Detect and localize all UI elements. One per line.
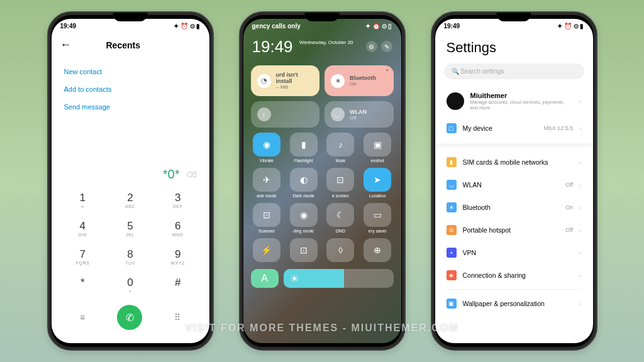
action-new-contact[interactable]: New contact xyxy=(64,63,197,80)
brightness-fill: ☀ xyxy=(284,269,344,288)
settings-title: Settings xyxy=(435,33,593,63)
notch xyxy=(305,13,340,21)
profile-row[interactable]: Miuithemer Manage accounts, cloud servic… xyxy=(435,85,593,117)
tile-urd isn't install[interactable]: ◔urd isn't install-- MB xyxy=(251,65,320,96)
my-device-icon: ▢ xyxy=(447,123,457,133)
cc-time: 19:49 xyxy=(252,37,293,57)
watermark: VISIT FOR MORE THEMES - MIUITHEMER.COM xyxy=(185,322,458,334)
dialed-number: *0* xyxy=(163,167,180,182)
settings-sim-cards-mobile-networks[interactable]: ▮SIM cards & mobile networks› xyxy=(435,151,593,173)
auto-brightness-button[interactable]: A xyxy=(251,269,279,288)
toggle-Mute[interactable]: ♪Mute xyxy=(325,133,357,163)
cc-date: Wednesday, October 20 xyxy=(299,40,353,45)
tile-Bluetooth[interactable]: ∗BluetoothOn xyxy=(325,65,394,96)
toggle-Flashlight[interactable]: ▮Flashlight xyxy=(287,133,319,163)
toggle-extra-3[interactable]: ◊ xyxy=(325,238,357,264)
toggle-ery saver[interactable]: ▭ery saver xyxy=(362,203,394,233)
tile-WLAN[interactable]: ◡WLANOff xyxy=(325,101,394,128)
edit-icon[interactable]: ✎ xyxy=(381,41,392,52)
wallpaper-icon: ▣ xyxy=(447,299,457,309)
search-placeholder: Search settings xyxy=(460,68,504,75)
page-title: Recents xyxy=(106,40,140,50)
key-*[interactable]: * xyxy=(59,273,107,297)
action-send-message[interactable]: Send message xyxy=(64,98,197,116)
tile-blank[interactable]: ↕ xyxy=(251,101,320,128)
settings-bluetooth[interactable]: ∗BluetoothOn› xyxy=(435,196,593,219)
chevron-right-icon: › xyxy=(579,98,581,105)
key-2[interactable]: 2ABC xyxy=(106,188,154,212)
settings-icon[interactable]: ⚙ xyxy=(366,41,377,52)
phone-settings: 19:49 ✦ ⏰ ⊙ ▮ Settings 🔍 Search settings… xyxy=(431,11,597,351)
settings-list: ▮SIM cards & mobile networks›◡WLANOff›∗B… xyxy=(435,151,593,287)
key-6[interactable]: 6MNO xyxy=(154,216,202,241)
settings-connection-sharing[interactable]: ◈Connection & sharing› xyxy=(435,264,593,287)
keypad: 1∞2ABC3DEF4GHI5JKL6MNO7PQRS8TUV9WXYZ*0+# xyxy=(52,185,209,300)
settings-portable-hotspot[interactable]: ⊙Portable hotspotOff› xyxy=(435,219,593,241)
big-tiles: ◔urd isn't install-- MB∗BluetoothOn↕◡WLA… xyxy=(243,60,401,133)
toggle-ding mode[interactable]: ◉ding mode xyxy=(287,203,319,233)
my-device-row[interactable]: ▢ My device MIUI 12.5.5 › xyxy=(435,117,593,140)
toggle-enshot[interactable]: ▣enshot xyxy=(362,133,394,163)
chevron-right-icon: › xyxy=(579,300,581,307)
wallpaper-row[interactable]: ▣ Wallpaper & personalization › xyxy=(435,292,593,315)
status-time: 19:49 xyxy=(60,23,77,30)
toggle-extra-4[interactable]: ⊕ xyxy=(362,238,394,264)
key-8[interactable]: 8TUV xyxy=(106,244,154,269)
settings-wlan[interactable]: ◡WLANOff› xyxy=(435,173,593,196)
backspace-icon[interactable]: ⌫ xyxy=(186,170,197,179)
key-1[interactable]: 1∞ xyxy=(59,188,107,212)
toggle-Vibrate[interactable]: ◉Vibrate xyxy=(251,133,283,163)
toggle-DND[interactable]: ☾DND xyxy=(325,203,357,233)
back-icon[interactable]: ← xyxy=(60,38,72,52)
toggle-k screen[interactable]: ⊡k screen xyxy=(325,168,357,198)
toggle-Scanner[interactable]: ⊡Scanner xyxy=(251,203,283,233)
chevron-right-icon: › xyxy=(579,125,581,132)
notch xyxy=(497,13,531,21)
brightness-slider[interactable]: ☀ xyxy=(284,269,394,288)
toggle-ane mode[interactable]: ✈ane mode xyxy=(251,168,283,198)
key-0[interactable]: 0+ xyxy=(106,273,154,297)
settings-vpn[interactable]: ▪VPN› xyxy=(435,241,593,264)
key-5[interactable]: 5JKL xyxy=(106,216,154,241)
phone-control-center: gency calls only ✦ ⏰ ⊙ ▯ 19:49 Wednesday… xyxy=(239,11,406,351)
my-device-label: My device xyxy=(463,124,538,132)
key-4[interactable]: 4GHI xyxy=(59,216,107,241)
status-icons-right: ✦ ⏰ ⊙ ▮ xyxy=(174,23,200,30)
phone-dialer: 19:49 ✦ ⏰ ⊙ ▮ ← Recents New contact Add … xyxy=(47,11,214,351)
status-icons-right: ✦ ⏰ ⊙ ▮ xyxy=(557,23,584,30)
action-add-to-contacts[interactable]: Add to contacts xyxy=(64,80,197,98)
my-device-value: MIUI 12.5.5 xyxy=(544,125,574,131)
divider xyxy=(435,143,593,147)
toggle-extra-1[interactable]: ⚡ xyxy=(251,238,283,264)
menu-icon[interactable]: ≡ xyxy=(80,312,85,322)
call-button[interactable]: ✆ xyxy=(117,305,142,330)
key-7[interactable]: 7PQRS xyxy=(59,244,107,269)
status-text: gency calls only xyxy=(252,23,301,30)
profile-desc: Manage accounts, cloud services, payment… xyxy=(470,99,574,111)
dialpad-icon[interactable]: ⠿ xyxy=(174,312,180,322)
search-input[interactable]: 🔍 Search settings xyxy=(444,63,584,79)
notch xyxy=(113,13,148,21)
toggle-Dark mode[interactable]: ◐Dark mode xyxy=(287,168,319,198)
key-9[interactable]: 9WXYZ xyxy=(154,244,202,269)
divider xyxy=(447,289,582,290)
wallpaper-label: Wallpaper & personalization xyxy=(463,300,574,307)
toggle-Location[interactable]: ➤Location xyxy=(362,168,394,198)
toggle-grid: ◉Vibrate▮Flashlight♪Mute▣enshot✈ane mode… xyxy=(243,133,401,233)
key-#[interactable]: # xyxy=(154,273,202,297)
status-time: 19:49 xyxy=(444,23,460,30)
toggle-extra-2[interactable]: ⊡ xyxy=(287,238,319,264)
profile-name: Miuithemer xyxy=(470,92,574,99)
avatar xyxy=(447,92,464,110)
status-icons-right: ✦ ⏰ ⊙ ▯ xyxy=(365,23,392,30)
key-3[interactable]: 3DEF xyxy=(154,188,202,212)
dial-display: *0* ⌫ xyxy=(52,160,209,185)
